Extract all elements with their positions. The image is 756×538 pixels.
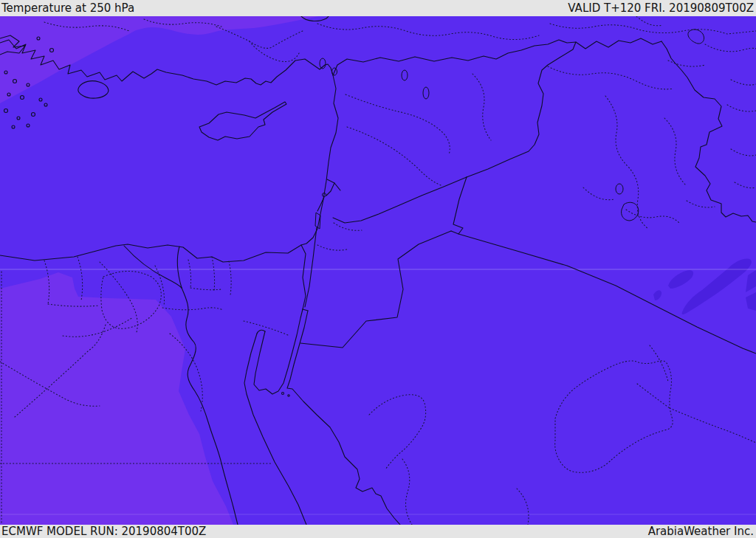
valid-time: VALID T+120 FRI. 20190809T00Z bbox=[568, 1, 754, 16]
model-run-label: ECMWF MODEL RUN: 20190804T00Z bbox=[1, 525, 206, 538]
header-bar: Temperature at 250 hPa VALID T+120 FRI. … bbox=[0, 0, 756, 16]
credit-label: ArabiaWeather Inc. bbox=[648, 525, 754, 538]
weather-map bbox=[0, 16, 756, 525]
footer-bar: ECMWF MODEL RUN: 20190804T00Z ArabiaWeat… bbox=[0, 525, 756, 538]
temperature-fill-layer bbox=[0, 16, 756, 525]
weather-map-screenshot: Temperature at 250 hPa VALID T+120 FRI. … bbox=[0, 0, 756, 538]
map-title: Temperature at 250 hPa bbox=[1, 1, 134, 16]
